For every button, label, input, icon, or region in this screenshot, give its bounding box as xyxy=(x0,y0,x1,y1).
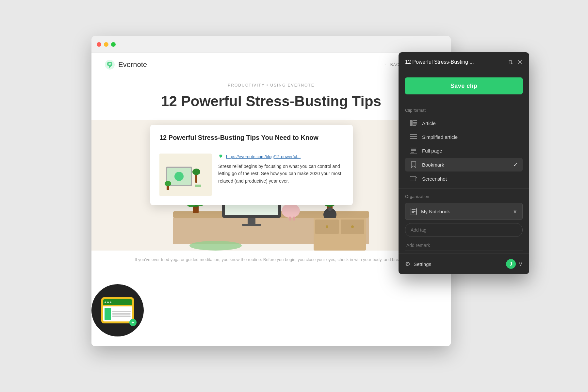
svg-point-35 xyxy=(165,181,171,186)
svg-rect-46 xyxy=(411,149,416,150)
evernote-nav: Evernote ← BACK TO BLOG HOME xyxy=(91,53,451,76)
svg-rect-38 xyxy=(413,120,417,121)
preview-card-text: https://evernote.com/blog/12-powerful...… xyxy=(218,154,344,196)
svg-point-17 xyxy=(293,205,298,211)
user-section: J ∨ xyxy=(506,259,523,269)
clipper-footer: ⚙ Settings J ∨ xyxy=(399,253,529,274)
tag-input[interactable] xyxy=(405,223,523,237)
svg-rect-37 xyxy=(410,120,413,126)
svg-rect-42 xyxy=(410,134,417,135)
notebook-select-left: My Notebook xyxy=(411,208,450,215)
ext-plus-icon: + xyxy=(129,319,137,326)
preview-card-body: https://evernote.com/blog/12-powerful...… xyxy=(159,154,344,196)
notebook-chevron-icon: ∨ xyxy=(513,208,517,215)
browser-content: Evernote ← BACK TO BLOG HOME PRODUCTIVIT… xyxy=(91,53,451,346)
svg-point-26 xyxy=(326,225,328,228)
close-traffic-button[interactable] xyxy=(97,42,101,47)
article-snippet: If you've ever tried yoga or guided medi… xyxy=(115,257,427,262)
svg-rect-43 xyxy=(410,136,417,137)
clipper-title: 12 Powerful Stress-Busting ... xyxy=(405,59,504,65)
format-option-full-page-left: Full page xyxy=(410,147,442,154)
clipper-header-actions: ⇅ ✕ xyxy=(508,58,523,66)
ext-icon-inner: + xyxy=(101,297,134,323)
ext-line-1 xyxy=(112,311,131,312)
preview-image-svg xyxy=(159,154,212,196)
divider-1 xyxy=(399,101,529,101)
format-option-bookmark[interactable]: Bookmark ✓ xyxy=(405,158,523,172)
browser-titlebar xyxy=(91,36,451,53)
ext-sidebar xyxy=(105,308,111,320)
clip-format-section: Clip format Article xyxy=(399,103,529,188)
user-avatar[interactable]: J xyxy=(506,259,516,269)
svg-point-27 xyxy=(351,225,354,228)
remark-input[interactable] xyxy=(405,240,523,251)
ext-dot-2 xyxy=(107,302,109,303)
evernote-logo-icon xyxy=(105,59,115,70)
clipper-panel: 12 Powerful Stress-Busting ... ⇅ ✕ Save … xyxy=(399,52,529,274)
preview-url: https://evernote.com/blog/12-powerful... xyxy=(218,154,344,159)
organization-section: Organization My Notebook ∨ xyxy=(399,188,529,253)
blog-category: PRODUCTIVITY • USING EVERNOTE xyxy=(228,83,314,88)
format-option-bookmark-left: Bookmark xyxy=(410,161,444,168)
settings-label[interactable]: Settings xyxy=(414,261,431,267)
notebook-select[interactable]: My Notebook ∨ xyxy=(405,203,523,220)
preview-card-image xyxy=(159,154,212,196)
svg-rect-39 xyxy=(413,122,417,123)
ext-dot-1 xyxy=(105,302,106,303)
svg-rect-54 xyxy=(412,211,416,212)
evernote-logo-text: Evernote xyxy=(118,60,147,69)
svg-point-31 xyxy=(174,172,184,181)
svg-rect-49 xyxy=(410,176,416,181)
format-option-screenshot-left: Screenshot xyxy=(410,175,447,182)
minimize-traffic-button[interactable] xyxy=(104,42,108,47)
svg-point-33 xyxy=(192,169,200,175)
full-page-icon xyxy=(410,147,417,154)
svg-rect-55 xyxy=(412,212,414,213)
svg-rect-56 xyxy=(416,209,417,214)
bookmark-check-icon: ✓ xyxy=(513,161,518,168)
svg-point-22 xyxy=(189,241,242,251)
article-icon xyxy=(410,120,417,126)
preview-card-divider xyxy=(159,147,344,147)
fullscreen-traffic-button[interactable] xyxy=(111,42,116,47)
sort-icon[interactable]: ⇅ xyxy=(508,58,513,66)
ext-topbar xyxy=(103,299,132,305)
simplified-article-label: Simplified article xyxy=(422,134,458,140)
svg-rect-36 xyxy=(195,185,201,187)
preview-card-title: 12 Powerful Stress-Busting Tips You Need… xyxy=(159,134,344,141)
clipper-header: 12 Powerful Stress-Busting ... ⇅ ✕ xyxy=(399,52,529,72)
ext-line-2 xyxy=(112,313,131,315)
close-icon[interactable]: ✕ xyxy=(517,58,523,66)
screenshot-icon xyxy=(410,175,417,182)
article-label: Article xyxy=(422,121,436,126)
clipper-extension-icon[interactable]: + xyxy=(91,284,144,336)
notebook-label: My Notebook xyxy=(421,209,450,214)
svg-rect-41 xyxy=(413,125,416,126)
clip-format-label: Clip format xyxy=(405,108,523,113)
format-option-article-left: Article xyxy=(410,120,436,126)
bookmark-icon xyxy=(410,161,417,168)
svg-rect-47 xyxy=(411,150,416,151)
ext-content-area xyxy=(103,306,132,321)
svg-rect-44 xyxy=(410,138,417,139)
ext-dot-3 xyxy=(110,302,111,303)
format-option-article[interactable]: Article xyxy=(405,117,523,130)
svg-rect-40 xyxy=(413,123,417,124)
svg-rect-53 xyxy=(412,209,416,210)
full-page-label: Full page xyxy=(422,148,442,154)
settings-section: ⚙ Settings xyxy=(405,260,431,268)
format-option-screenshot[interactable]: Screenshot xyxy=(405,172,523,185)
format-option-simplified-left: Simplified article xyxy=(410,134,458,140)
evernote-logo: Evernote xyxy=(105,59,147,70)
format-option-full-page[interactable]: Full page xyxy=(405,144,523,157)
svg-rect-19 xyxy=(293,217,295,220)
blog-title: 12 Powerful Stress-Busting Tips xyxy=(161,93,381,110)
save-clip-button[interactable]: Save clip xyxy=(405,77,523,94)
format-option-simplified-article[interactable]: Simplified article xyxy=(405,130,523,143)
svg-rect-6 xyxy=(248,218,255,224)
preview-url-text[interactable]: https://evernote.com/blog/12-powerful... xyxy=(226,154,301,159)
preview-description: Stress relief begins by focusing on what… xyxy=(218,163,344,185)
svg-rect-7 xyxy=(242,224,261,226)
user-chevron-icon[interactable]: ∨ xyxy=(518,260,523,268)
ext-line-3 xyxy=(112,316,131,317)
